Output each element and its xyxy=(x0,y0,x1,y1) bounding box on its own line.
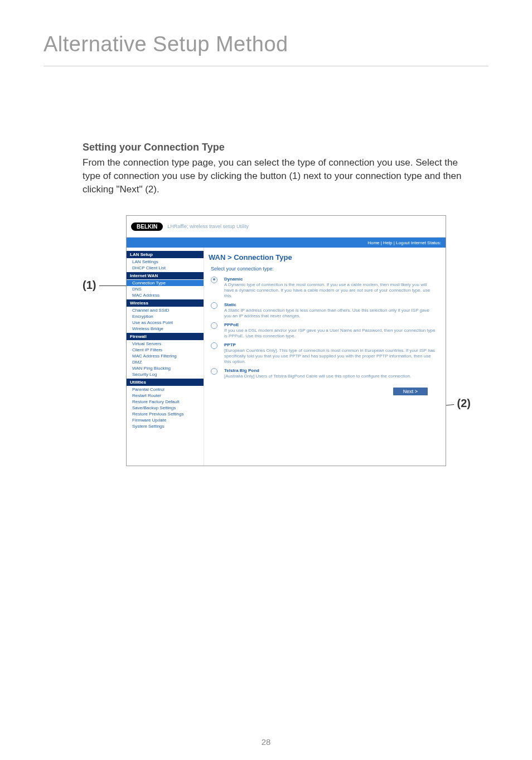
connection-type-row: StaticA Static IP address connection typ… xyxy=(209,301,439,321)
connection-type-row: DynamicA Dynamic type of connection is t… xyxy=(209,275,439,301)
sidebar-item[interactable]: Firmware Update xyxy=(127,417,204,423)
router-content: WAN > Connection Type Select your connec… xyxy=(204,248,446,466)
sidebar-item[interactable]: WAN Ping Blocking xyxy=(127,365,204,371)
content-title: WAN > Connection Type xyxy=(209,253,439,262)
router-main: LAN SetupLAN SettingsDHCP Client ListInt… xyxy=(127,248,446,466)
section-title: Alternative Setup Method xyxy=(43,32,288,56)
sidebar-item[interactable]: Restore Previous Settings xyxy=(127,411,204,417)
sidebar-item[interactable]: Restore Factory Default xyxy=(127,399,204,405)
sidebar-item[interactable]: Use as Access Point xyxy=(127,320,204,326)
sidebar-group-header: Firewall xyxy=(127,333,204,340)
connection-type-name: Telstra Big Pond xyxy=(224,368,437,373)
connection-type-name: PPTP xyxy=(224,342,437,347)
sidebar-item[interactable]: MAC Address xyxy=(127,292,204,298)
heading: Setting your Connection Type xyxy=(83,141,471,155)
sidebar-item[interactable]: DMZ xyxy=(127,359,204,365)
sidebar-item[interactable]: Security Log xyxy=(127,371,204,377)
content-lead: Select your connection type: xyxy=(211,266,439,272)
callout-1-line xyxy=(99,285,126,286)
radio-button[interactable] xyxy=(211,277,217,283)
connection-type-desc: [Australia Only] Users of Telstra BigPon… xyxy=(224,374,411,379)
sidebar-item[interactable]: Parental Control xyxy=(127,386,204,393)
callout-2: (2) xyxy=(457,397,471,410)
sidebar-item[interactable]: Encryption xyxy=(127,313,204,320)
belkin-logo: BELKIN xyxy=(131,222,163,231)
connection-type-desc: A Static IP address connection type is l… xyxy=(224,308,429,318)
next-button[interactable]: Next > xyxy=(393,388,428,395)
body-text: Setting your Connection Type From the co… xyxy=(83,141,471,196)
sidebar-item[interactable]: Virtual Servers xyxy=(127,341,204,347)
radio-button[interactable] xyxy=(211,322,217,329)
product-name: LHRaffle; wireless travel setup Utility xyxy=(167,224,249,229)
sidebar-item[interactable]: Wireless Bridge xyxy=(127,326,204,332)
sidebar-group-header: Internet WAN xyxy=(127,272,204,279)
radio-button[interactable] xyxy=(211,302,217,309)
radio-button[interactable] xyxy=(211,368,217,375)
connection-type-desc: A Dynamic type of connection is the most… xyxy=(224,282,430,298)
sidebar-item[interactable]: MAC Address Filtering xyxy=(127,353,204,359)
connection-type-name: Static xyxy=(224,302,437,307)
connection-type-table: DynamicA Dynamic type of connection is t… xyxy=(209,275,439,381)
router-sidebar: LAN SetupLAN SettingsDHCP Client ListInt… xyxy=(127,248,204,466)
sidebar-item[interactable]: Channel and SSID xyxy=(127,307,204,313)
sidebar-item[interactable]: Connection Type xyxy=(127,280,204,286)
horizontal-rule xyxy=(43,66,489,66)
router-topbar: BELKIN LHRaffle; wireless travel setup U… xyxy=(127,216,446,238)
sidebar-item[interactable]: System Settings xyxy=(127,423,204,429)
connection-type-row: Telstra Big Pond[Australia Only] Users o… xyxy=(209,366,439,381)
sidebar-item[interactable]: DNS xyxy=(127,286,204,292)
connection-type-row: PPPoEIf you use a DSL modem and/or your … xyxy=(209,321,439,341)
paragraph: From the connection type page, you can s… xyxy=(83,157,462,195)
sidebar-item[interactable]: Save/Backup Settings xyxy=(127,405,204,411)
sidebar-group-header: Utilities xyxy=(127,379,204,386)
sidebar-item[interactable]: DHCP Client List xyxy=(127,265,204,271)
connection-type-name: PPPoE xyxy=(224,322,437,327)
connection-type-row: PPTP[European Countries Only]. This type… xyxy=(209,341,439,366)
connection-type-name: Dynamic xyxy=(224,277,437,282)
sidebar-group-header: LAN Setup xyxy=(127,251,204,258)
sidebar-item[interactable]: Client IP Filters xyxy=(127,347,204,353)
page-number: 28 xyxy=(0,737,532,747)
connection-type-desc: If you use a DSL modem and/or your ISP g… xyxy=(224,328,435,338)
sidebar-item[interactable]: LAN Settings xyxy=(127,259,204,265)
statusbar-text: Home | Help | Logout Internet Status: xyxy=(367,240,441,245)
page: Alternative Setup Method Setting your Co… xyxy=(0,0,532,760)
sidebar-group-header: Wireless xyxy=(127,299,204,307)
radio-button[interactable] xyxy=(211,342,217,349)
connection-type-desc: [European Countries Only]. This type of … xyxy=(224,348,435,364)
router-statusbar: Home | Help | Logout Internet Status: xyxy=(127,238,446,248)
sidebar-item[interactable]: Restart Router xyxy=(127,393,204,399)
callout-1: (1) xyxy=(83,279,96,292)
router-screenshot: BELKIN LHRaffle; wireless travel setup U… xyxy=(126,215,446,466)
